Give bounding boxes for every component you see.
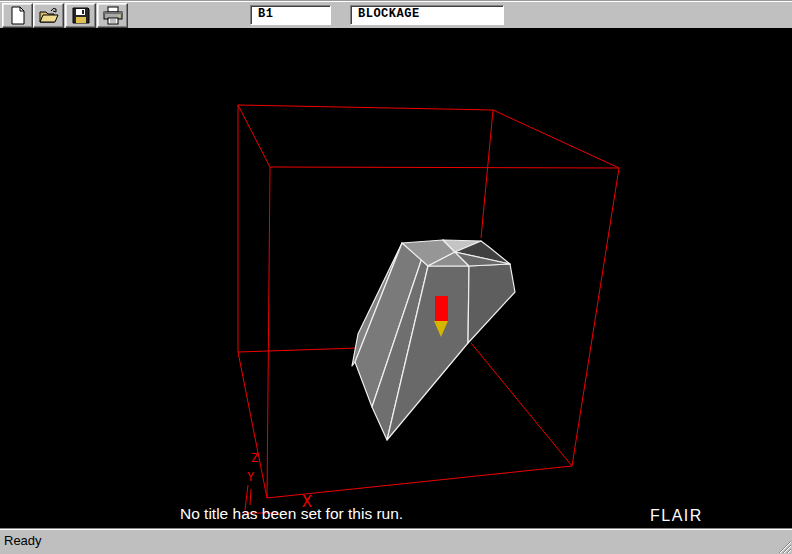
axis-tick-stroke: [250, 489, 251, 505]
open-file-button[interactable]: [33, 3, 64, 28]
object-name-field[interactable]: B1: [250, 5, 331, 25]
save-icon: [71, 6, 91, 25]
3d-viewport[interactable]: Z Y X: [0, 28, 792, 528]
save-button[interactable]: [65, 3, 96, 28]
open-folder-icon: [38, 6, 60, 25]
application-window: B1 BLOCKAGE: [0, 0, 792, 554]
print-icon: [102, 6, 124, 25]
axis-label-y: Y: [247, 470, 255, 484]
object-type-field[interactable]: BLOCKAGE: [350, 5, 504, 25]
new-document-icon: [8, 6, 28, 25]
resize-grip[interactable]: [775, 539, 791, 553]
toolbar: B1 BLOCKAGE: [0, 0, 792, 28]
mesh-facet: [468, 264, 515, 343]
probe-body: [435, 296, 448, 321]
brand-text: FLAIR: [650, 507, 703, 525]
status-bar: Ready: [0, 528, 792, 554]
new-file-button[interactable]: [2, 3, 33, 28]
axis-labels: Z Y X: [247, 451, 312, 511]
blockage-mesh[interactable]: [352, 240, 515, 440]
scene-canvas: Z Y X: [0, 28, 792, 528]
print-button[interactable]: [97, 3, 128, 28]
axis-label-z: Z: [251, 451, 258, 465]
run-title-text: No title has been set for this run.: [180, 505, 403, 523]
status-message: Ready: [4, 533, 42, 548]
